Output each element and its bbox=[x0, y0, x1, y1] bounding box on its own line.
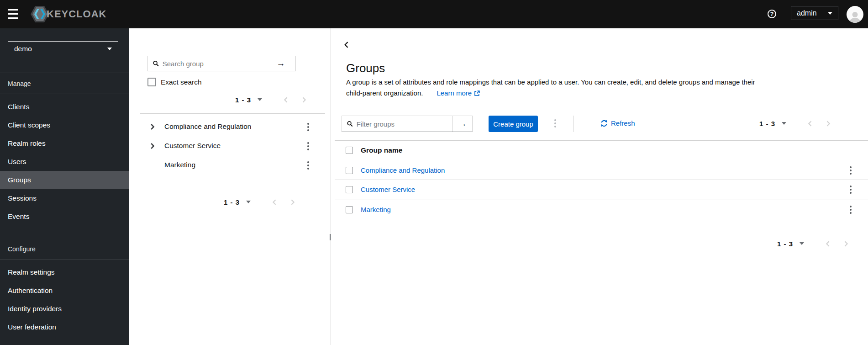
tree-pagination-top: 1 - 3 bbox=[235, 95, 307, 105]
toolbar-kebab-icon[interactable] bbox=[552, 119, 559, 127]
nav-section-configure: Configure bbox=[0, 239, 129, 259]
nav-section-manage: Manage bbox=[0, 73, 129, 94]
tree-item-compliance-and-regulation[interactable]: Compliance and Regulation bbox=[129, 117, 331, 137]
realm-selector[interactable]: demo bbox=[8, 41, 118, 56]
tree-item-label[interactable]: Compliance and Regulation bbox=[164, 122, 251, 131]
arrow-right-icon: → bbox=[458, 119, 467, 129]
learn-more-link[interactable]: Learn more bbox=[437, 89, 480, 97]
sidebar-item-authentication[interactable]: Authentication bbox=[0, 281, 129, 300]
sidebar-item-user-federation[interactable]: User federation bbox=[0, 318, 129, 336]
sidebar-item-client-scopes[interactable]: Client scopes bbox=[0, 116, 129, 134]
avatar[interactable] bbox=[847, 6, 863, 23]
chevron-left-icon[interactable] bbox=[283, 97, 289, 103]
pagination-range: 1 - 3 bbox=[777, 240, 793, 248]
create-group-button[interactable]: Create group bbox=[489, 116, 538, 132]
group-search-input-group: → bbox=[147, 56, 296, 71]
sidebar-item-sessions[interactable]: Sessions bbox=[0, 189, 129, 207]
kebab-menu-icon[interactable] bbox=[305, 161, 312, 170]
exact-search-label: Exact search bbox=[161, 78, 202, 86]
help-icon[interactable]: ? bbox=[768, 10, 776, 18]
configure-items: Realm settings Authentication Identity p… bbox=[0, 263, 129, 336]
groups-main-panel: Groups A group is a set of attributes an… bbox=[331, 28, 868, 345]
table-pagination-top: 1 - 3 bbox=[759, 118, 831, 128]
sidebar-item-realm-settings[interactable]: Realm settings bbox=[0, 263, 129, 281]
arrow-right-icon: → bbox=[277, 58, 285, 69]
caret-down-icon[interactable] bbox=[258, 98, 262, 101]
caret-down-icon[interactable] bbox=[782, 122, 786, 125]
chevron-left-icon[interactable] bbox=[807, 121, 813, 127]
chevron-right-icon[interactable] bbox=[825, 121, 831, 127]
divider bbox=[0, 259, 129, 260]
caret-down-icon[interactable] bbox=[800, 242, 804, 245]
filter-groups-input-group: → bbox=[342, 116, 473, 132]
group-tree-panel: → Exact search 1 - 3 Compliance and Regu… bbox=[129, 28, 331, 345]
pagination-range: 1 - 3 bbox=[235, 96, 251, 104]
filter-field bbox=[342, 116, 452, 132]
chevron-right-icon[interactable] bbox=[301, 97, 307, 103]
sidebar-item-events[interactable]: Events bbox=[0, 207, 129, 226]
chevron-right-icon[interactable] bbox=[289, 199, 295, 205]
row-checkbox[interactable] bbox=[346, 167, 353, 174]
exact-search-row: Exact search bbox=[147, 78, 202, 86]
chevron-left-icon[interactable] bbox=[272, 199, 278, 205]
chevron-right-icon[interactable] bbox=[149, 143, 155, 149]
masthead: KEYCLOAK ? admin bbox=[0, 0, 868, 28]
kebab-menu-icon[interactable] bbox=[305, 142, 312, 150]
group-link[interactable]: Compliance and Regulation bbox=[361, 166, 445, 174]
row-checkbox[interactable] bbox=[346, 186, 353, 193]
table-header-row: Group name bbox=[335, 140, 868, 161]
kebab-menu-icon[interactable] bbox=[305, 123, 312, 131]
keycloak-admin-console: KEYCLOAK ? admin demo Manage Clients Cli… bbox=[0, 0, 868, 345]
person-icon bbox=[848, 11, 862, 23]
external-link-icon bbox=[474, 89, 480, 100]
group-link[interactable]: Marketing bbox=[361, 206, 391, 213]
search-icon bbox=[347, 121, 353, 127]
table-pagination-bottom: 1 - 3 bbox=[777, 239, 849, 249]
sidebar-nav: demo Manage Clients Client scopes Realm … bbox=[0, 28, 129, 345]
page-description: A group is a set of attributes and role … bbox=[346, 77, 755, 100]
refresh-button[interactable]: Refresh bbox=[600, 119, 635, 127]
chevron-left-icon[interactable] bbox=[825, 241, 831, 247]
row-checkbox[interactable] bbox=[346, 206, 353, 213]
filter-groups-input[interactable] bbox=[357, 120, 447, 128]
tree-item-label[interactable]: Customer Service bbox=[164, 142, 221, 150]
search-submit-button[interactable]: → bbox=[266, 56, 295, 71]
sidebar-item-identity-providers[interactable]: Identity providers bbox=[0, 300, 129, 318]
divider bbox=[140, 113, 325, 114]
refresh-label: Refresh bbox=[611, 119, 635, 127]
sidebar-item-groups[interactable]: Groups bbox=[0, 171, 129, 189]
caret-down-icon[interactable] bbox=[246, 201, 251, 203]
description-line-1: A group is a set of attributes and role … bbox=[346, 78, 755, 86]
exact-search-checkbox[interactable] bbox=[147, 78, 156, 86]
description-line-2: child-parent organization. bbox=[346, 89, 423, 97]
collapse-drawer-icon[interactable] bbox=[343, 42, 350, 48]
nav-toggle-button[interactable] bbox=[8, 8, 19, 20]
sidebar-item-realm-roles[interactable]: Realm roles bbox=[0, 134, 129, 153]
chevron-right-icon[interactable] bbox=[149, 124, 155, 130]
tree-item-marketing[interactable]: Marketing bbox=[129, 156, 331, 175]
user-menu-dropdown[interactable]: admin bbox=[791, 6, 838, 20]
search-field bbox=[148, 56, 266, 71]
toolbar-divider bbox=[573, 116, 573, 132]
sidebar-item-clients[interactable]: Clients bbox=[0, 98, 129, 116]
brand-text: KEYCLOAK bbox=[47, 8, 106, 20]
column-header-group-name: Group name bbox=[361, 146, 402, 154]
chevron-right-icon[interactable] bbox=[843, 241, 849, 247]
username: admin bbox=[797, 9, 817, 17]
select-all-checkbox[interactable] bbox=[346, 147, 353, 154]
group-link[interactable]: Customer Service bbox=[361, 186, 415, 193]
sidebar-item-users[interactable]: Users bbox=[0, 153, 129, 171]
filter-submit-button[interactable]: → bbox=[452, 116, 472, 132]
kebab-menu-icon[interactable] bbox=[847, 186, 854, 194]
pagination-range: 1 - 3 bbox=[759, 120, 775, 127]
kebab-menu-icon[interactable] bbox=[847, 206, 854, 214]
search-icon bbox=[153, 60, 159, 67]
realm-name: demo bbox=[14, 45, 32, 53]
divider bbox=[0, 94, 129, 94]
keycloak-logo: KEYCLOAK bbox=[30, 5, 106, 23]
search-group-input[interactable] bbox=[163, 60, 261, 68]
refresh-icon bbox=[600, 120, 608, 127]
tree-item-label[interactable]: Marketing bbox=[164, 161, 195, 169]
tree-item-customer-service[interactable]: Customer Service bbox=[129, 137, 331, 156]
kebab-menu-icon[interactable] bbox=[847, 166, 854, 175]
